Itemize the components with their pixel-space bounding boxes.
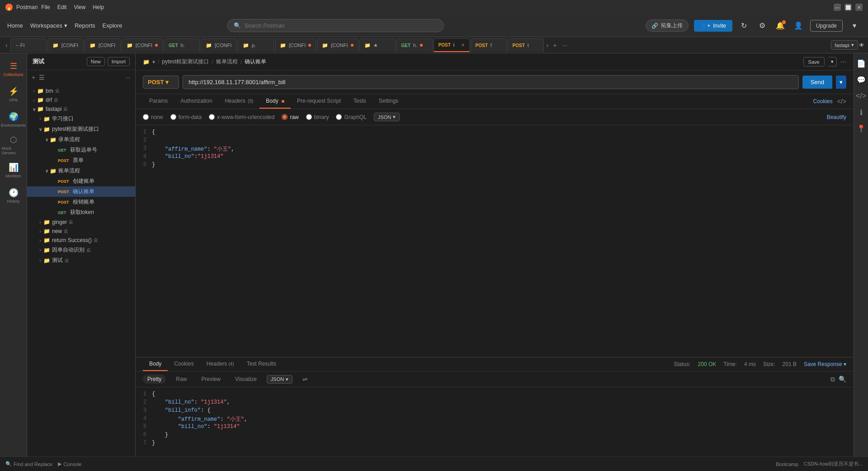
breadcrumb-dropdown-icon[interactable]: ▾ [152,59,155,65]
nav-workspaces[interactable]: Workspaces ▾ [30,22,67,29]
nav-home[interactable]: Home [7,22,23,29]
tab-star[interactable]: 📁 ★ [359,38,396,52]
tab-confi-2[interactable]: 📁 [CONFI [85,38,121,52]
sidebar-item-environments[interactable]: 🌍 Environments [2,108,25,131]
breadcrumb-part-2[interactable]: 账单流程 [216,58,238,66]
tab-post-i-active[interactable]: POST i ✕ [434,38,470,52]
notifications-button[interactable]: 🔔 [774,19,787,32]
tab-close-button[interactable]: ✕ [461,43,465,48]
sidebar-item-monitors[interactable]: 📊 Monitors [2,158,25,182]
env-selector[interactable]: fastapi ▾ [831,40,858,50]
menu-help[interactable]: Help [93,4,104,10]
sidebar-item-history[interactable]: 🕐 History [2,184,25,207]
more-options-icon[interactable]: ··· [124,73,132,82]
format-urlencoded[interactable]: x-www-form-urlencoded [209,114,274,120]
resp-tab-body[interactable]: Body [143,357,168,371]
sidebar-item-apis[interactable]: ⚡ APIs [2,82,25,106]
tab-more-button[interactable]: ··· [559,42,570,49]
tab-authorization[interactable]: Authorization [174,94,218,109]
json-format-select[interactable]: JSON ▾ [374,113,400,121]
resp-format-icon[interactable]: ⇌ [298,374,312,384]
right-icon-location[interactable]: 📍 [855,122,868,135]
tab-post-t[interactable]: POST t [508,38,544,52]
tab-add-button[interactable]: + [551,42,558,49]
maximize-button[interactable]: ⬜ [844,4,852,11]
tree-item-auto-rule[interactable]: › 📁 因单自动识别 众 [27,245,135,255]
resp-json-select[interactable]: JSON ▾ [267,375,292,384]
status-bootcamp[interactable]: Bootcamp [776,461,798,467]
tree-item-drf[interactable]: › 📁 drf 众 [27,95,135,105]
sidebar-item-mock-servers[interactable]: ⬡ Mock Servers [2,133,25,157]
tab-confi-5[interactable]: 📁 [CONFI [275,38,316,52]
tree-item-account-flow[interactable]: ∨ 📁 账单流程 [27,166,135,176]
format-raw[interactable]: raw [282,114,298,120]
resp-pretty-button[interactable]: Pretty [143,375,166,384]
expand-button[interactable]: ▾ [848,19,861,32]
code-icon[interactable]: </> [837,98,846,105]
tab-pre-request[interactable]: Pre-request Script [291,94,347,109]
tab-fi[interactable]: ←FI [10,38,47,52]
add-icon[interactable]: + [31,73,36,82]
tree-item-pytest[interactable]: ∨ 📁 pytest框架测试接口 [27,124,135,134]
resp-tab-test-results[interactable]: Test Results [241,357,283,371]
save-response-button[interactable]: Save Response ▾ [804,361,846,367]
sync-button[interactable]: ↻ [738,19,750,32]
tab-forward-button[interactable]: › [545,42,551,49]
tree-item-ginger[interactable]: › 📁 ginger 众 [27,218,135,227]
tree-item-bill[interactable]: POST 票单 [27,155,135,166]
right-icon-document[interactable]: 📄 [855,57,868,70]
menu-view[interactable]: View [74,4,85,10]
search-bar[interactable]: 🔍 [227,19,444,32]
tree-item-fastapi[interactable]: ∨ 📁 fastapi 众 [27,105,135,114]
resp-tab-cookies[interactable]: Cookies [168,357,200,371]
search-input[interactable] [245,23,437,29]
resp-copy-button[interactable]: ⧉ [830,376,835,383]
top-right-button[interactable]: 🔗 拓集上传 [646,19,689,32]
save-dropdown-button[interactable]: ▾ [828,57,837,67]
resp-raw-button[interactable]: Raw [171,375,191,384]
menu-file[interactable]: File [41,4,50,10]
close-button[interactable]: ✕ [855,4,863,11]
format-binary[interactable]: binary [306,114,329,120]
cookies-link[interactable]: Cookies [813,98,832,105]
tab-confi-3[interactable]: 📁 [CONFI [122,38,163,52]
tree-item-test[interactable]: › 📁 测试 众 [27,255,135,266]
format-none[interactable]: none [143,114,163,120]
format-form-data[interactable]: form-data [170,114,202,120]
tree-item-get-order[interactable]: GET 获取远单号 [27,145,135,155]
import-button[interactable]: Import [108,57,130,66]
tab-back-button[interactable]: ‹ [4,42,9,49]
invite-button[interactable]: 👤+ Invite [694,20,732,32]
tab-settings[interactable]: Settings [373,94,405,109]
upgrade-button[interactable]: Upgrade [810,20,843,32]
tab-body[interactable]: Body [259,94,291,109]
tab-tests[interactable]: Tests [347,94,373,109]
tab-post-f[interactable]: POST f [471,38,507,52]
nav-explore[interactable]: Explore [103,22,123,29]
right-icon-comment[interactable]: 💬 [855,73,868,86]
tab-params[interactable]: Params [143,94,174,109]
tab-confi-1[interactable]: 📁 [CONFI [47,38,84,52]
tree-item-learning[interactable]: › 📁 学习接口 [27,114,135,124]
tree-item-confirm-account[interactable]: POST 确认账单 [27,186,135,197]
nav-reports[interactable]: Reports [75,22,95,29]
filter-icon[interactable]: ☰ [38,73,46,82]
right-icon-code[interactable]: </> [855,90,868,102]
tab-p[interactable]: 📁 p. [238,38,274,52]
avatar-button[interactable]: 👤 [792,19,805,32]
resp-tab-headers[interactable]: Headers (4) [200,357,241,371]
resp-search-button[interactable]: 🔍 [839,376,846,383]
tab-headers[interactable]: Headers (9) [218,94,259,109]
tab-get-h2[interactable]: GET h. [396,38,433,52]
tree-item-check-account[interactable]: POST 核销账单 [27,197,135,207]
breadcrumb-part-1[interactable]: pytest框架测试接口 [162,58,209,66]
url-input[interactable] [183,75,799,89]
tree-item-create-account[interactable]: POST 创建账单 [27,176,135,186]
menu-edit[interactable]: Edit [57,4,67,10]
tab-confi-6[interactable]: 📁 [CONFI [317,38,358,52]
eye-button[interactable]: 👁 [859,42,864,48]
new-collection-button[interactable]: New [87,57,105,66]
tab-get-h[interactable]: GET h. [164,38,200,52]
breadcrumb-part-3[interactable]: 确认账单 [245,58,266,66]
send-dropdown-button[interactable]: ▾ [836,76,846,89]
